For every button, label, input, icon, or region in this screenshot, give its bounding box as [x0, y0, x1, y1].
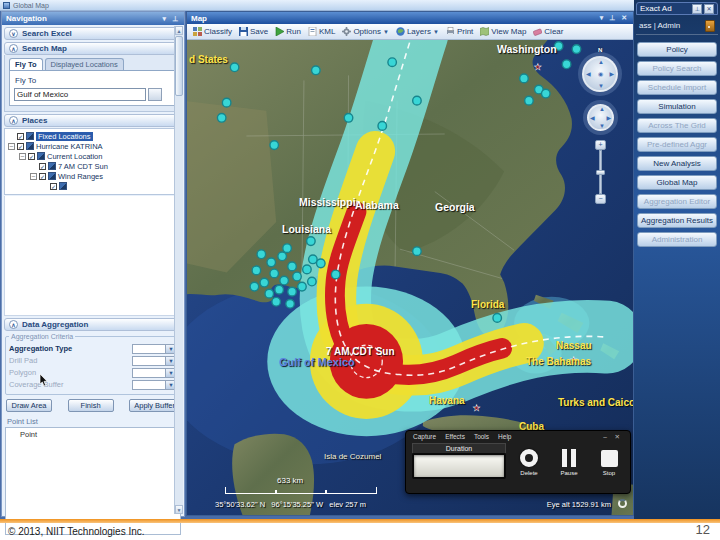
stop-button[interactable]: Stop	[594, 446, 624, 479]
look-left-icon[interactable]: ◀	[586, 70, 591, 77]
look-joystick[interactable]: ▲ ▼ ◀ ▶ ◉	[582, 56, 618, 92]
toolbar-save-button[interactable]: Save	[239, 27, 268, 36]
recorder-menu-capture[interactable]: Capture	[413, 433, 436, 440]
fly-to-input[interactable]	[14, 88, 146, 101]
asset-dot[interactable]	[378, 122, 387, 131]
tree-item-hurricane-katrina[interactable]: –✓Hurricane KATRINA	[5, 141, 181, 151]
asset-dot[interactable]	[542, 89, 551, 98]
sidebar-scrollbar[interactable]: ▲ ▼	[174, 26, 183, 514]
pan-right-icon[interactable]: ▶	[606, 114, 611, 121]
section-search-map[interactable]: ∧ Search Map	[4, 42, 182, 55]
pan-up-icon[interactable]: ▲	[599, 106, 605, 112]
asset-dot[interactable]	[493, 314, 502, 323]
tree-expander-icon[interactable]: –	[30, 173, 37, 180]
asset-dot[interactable]	[222, 98, 231, 107]
field-dropdown[interactable]: ▼	[132, 356, 177, 366]
tree-item-wind-ranges[interactable]: –✓Wind Ranges	[5, 171, 181, 181]
tree-checkbox[interactable]: ✓	[39, 163, 46, 170]
navigation-header[interactable]: Navigation ▾ ⊥	[2, 12, 184, 25]
tree-checkbox[interactable]: ✓	[17, 133, 24, 140]
asset-dot[interactable]	[308, 277, 317, 286]
field-dropdown[interactable]: ▼	[132, 344, 177, 354]
section-search-excel[interactable]: ∨ Search Excel	[4, 27, 182, 40]
administration-button[interactable]: Administration	[637, 232, 717, 247]
zoom-out-button[interactable]: −	[595, 194, 606, 204]
recorder-window-controls[interactable]: – ✕	[603, 433, 623, 441]
asset-dot[interactable]	[331, 270, 340, 279]
asset-dot[interactable]	[413, 96, 422, 105]
module-tab[interactable]: Exact Ad ⊥ ✕	[636, 2, 718, 15]
look-down-icon[interactable]: ▼	[598, 83, 604, 89]
chevron-down-icon[interactable]: ▼	[383, 29, 389, 35]
policy-search-button[interactable]: Policy Search	[637, 61, 717, 76]
asset-dot[interactable]	[265, 289, 274, 298]
delete-button[interactable]: Delete	[514, 446, 544, 479]
zoom-handle[interactable]	[596, 170, 605, 175]
toolbar-options-button[interactable]: Options▼	[342, 27, 389, 36]
scrollbar-thumb[interactable]	[175, 36, 183, 96]
asset-dot[interactable]	[217, 113, 226, 122]
pan-down-icon[interactable]: ▼	[599, 123, 605, 129]
asset-dot[interactable]	[270, 269, 279, 278]
map-navigation-controls[interactable]: N ▲ ▼ ◀ ▶ ◉ ▲ ▼ ◀ ▶ +	[579, 48, 625, 208]
look-up-icon[interactable]: ▲	[598, 59, 604, 65]
toolbar-classify-button[interactable]: Classify	[193, 27, 232, 36]
asset-dot[interactable]	[520, 74, 529, 83]
tab-displayed-locations[interactable]: Displayed Locations	[45, 58, 124, 70]
section-places[interactable]: ∧ Places	[4, 114, 182, 127]
close-icon[interactable]: ✕	[704, 4, 714, 14]
asset-dot[interactable]	[278, 252, 287, 261]
pan-joystick[interactable]: ▲ ▼ ◀ ▶	[587, 104, 614, 131]
scroll-up-icon[interactable]: ▲	[175, 26, 183, 35]
pan-left-icon[interactable]: ◀	[590, 114, 595, 121]
asset-dot[interactable]	[307, 237, 316, 246]
asset-dot[interactable]	[298, 282, 307, 291]
global-map-button[interactable]: Global Map	[637, 175, 717, 190]
asset-dot[interactable]	[388, 58, 397, 67]
tree-checkbox[interactable]: ✓	[17, 143, 24, 150]
panel-pin-icon[interactable]: ▾ ⊥	[162, 15, 180, 23]
asset-dot[interactable]	[252, 266, 261, 275]
scroll-down-icon[interactable]: ▼	[175, 505, 183, 514]
tree-checkbox[interactable]: ✓	[28, 153, 35, 160]
fly-to-go-button[interactable]	[148, 88, 162, 101]
pin-icon[interactable]: ⊥	[692, 4, 702, 14]
asset-dot[interactable]	[293, 272, 302, 281]
pre-defined-aggr-button[interactable]: Pre-defined Aggr	[637, 137, 717, 152]
across-the-grid-button[interactable]: Across The Grid	[637, 118, 717, 133]
map-canvas[interactable]: ★★★ d StatesWashingtonMississippiAlabama…	[187, 40, 633, 515]
section-data-aggregation[interactable]: ∧ Data Aggregation	[4, 318, 182, 331]
asset-dot[interactable]	[303, 265, 312, 274]
policy-button[interactable]: Policy	[637, 42, 717, 57]
point-list-item[interactable]: Point	[6, 428, 180, 439]
asset-dot[interactable]	[280, 276, 289, 285]
asset-dot[interactable]	[288, 287, 297, 296]
tree-checkbox[interactable]: ✓	[39, 173, 46, 180]
asset-dot[interactable]	[270, 141, 279, 150]
chevron-down-icon[interactable]: ▼	[433, 29, 439, 35]
tree-item[interactable]: ✓	[5, 181, 181, 191]
recorder-menu-tools[interactable]: Tools	[474, 433, 489, 440]
schedule-import-button[interactable]: Schedule Import	[637, 80, 717, 95]
toolbar-clear-button[interactable]: Clear	[533, 27, 563, 36]
asset-dot[interactable]	[260, 278, 269, 287]
aggregation-editor-button[interactable]: Aggregation Editor	[637, 194, 717, 209]
asset-dot[interactable]	[525, 96, 534, 105]
map-window-icons[interactable]: ▾ ⊥ ✕	[600, 14, 629, 22]
apply-buffer-button[interactable]: Apply Buffer	[129, 399, 180, 412]
asset-dot[interactable]	[272, 297, 281, 306]
field-dropdown[interactable]: ▼	[132, 380, 177, 390]
recorder-menu-help[interactable]: Help	[498, 433, 511, 440]
toolbar-kml-button[interactable]: KML	[308, 27, 335, 36]
draw-area-button[interactable]: Draw Area	[6, 399, 52, 412]
asset-dot[interactable]	[250, 282, 259, 291]
asset-dot[interactable]	[283, 244, 292, 253]
simulation-button[interactable]: Simulation	[637, 99, 717, 114]
asset-dot[interactable]	[230, 63, 239, 72]
field-dropdown[interactable]: ▼	[132, 368, 177, 378]
tree-checkbox[interactable]: ✓	[50, 183, 57, 190]
toolbar-run-button[interactable]: Run	[275, 27, 301, 36]
asset-dot[interactable]	[275, 285, 284, 294]
tree-expander-icon[interactable]: –	[8, 143, 15, 150]
asset-dot[interactable]	[344, 113, 353, 122]
